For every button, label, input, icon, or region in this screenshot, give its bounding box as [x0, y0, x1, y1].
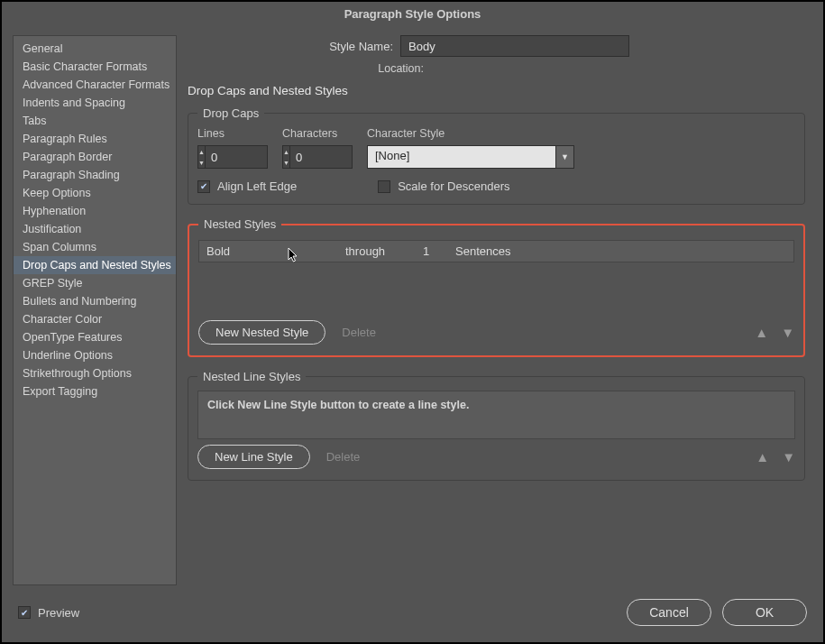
sidebar-item[interactable]: Advanced Character Formats [14, 76, 176, 94]
style-name-label: Style Name: [188, 40, 400, 53]
nested-style-name: Bold [206, 244, 345, 258]
checkbox-icon [378, 180, 390, 193]
move-up-icon[interactable]: ▲ [756, 449, 769, 465]
nested-styles-legend: Nested Styles [198, 217, 281, 231]
sidebar-item[interactable]: Drop Caps and Nested Styles [14, 256, 176, 274]
new-line-style-button[interactable]: New Line Style [197, 445, 310, 469]
dialog-title: Paragraph Style Options [2, 2, 823, 26]
chevron-down-icon[interactable]: ▼ [198, 157, 205, 168]
nested-style-count: 1 [423, 244, 455, 258]
checkbox-icon [197, 180, 210, 193]
scale-descenders-label: Scale for Descenders [398, 179, 509, 193]
new-nested-style-button[interactable]: New Nested Style [198, 320, 325, 345]
nested-line-styles-placeholder: Click New Line Style button to create a … [197, 391, 795, 439]
sidebar-item[interactable]: Underline Options [14, 346, 176, 364]
chevron-up-icon[interactable]: ▲ [283, 146, 289, 157]
sidebar-item[interactable]: Paragraph Rules [14, 130, 176, 148]
sidebar-item[interactable]: Justification [14, 220, 176, 238]
drop-caps-group: Drop Caps Lines ▲▼ Characters ▲▼ [188, 106, 805, 205]
section-title: Drop Caps and Nested Styles [188, 84, 805, 97]
sidebar-item[interactable]: Hyphenation [14, 202, 176, 220]
nested-style-unit: Sentences [455, 244, 786, 258]
preview-checkbox[interactable]: Preview [18, 606, 79, 620]
lines-label: Lines [197, 127, 268, 140]
nested-style-op: through [345, 244, 423, 258]
chevron-up-icon[interactable]: ▲ [198, 146, 205, 157]
sidebar-item[interactable]: General [14, 40, 176, 58]
checkbox-icon [18, 606, 31, 619]
nested-styles-group: Nested Styles Bold through 1 Sentences N… [188, 217, 805, 357]
style-name-input[interactable] [400, 35, 629, 57]
character-style-select[interactable]: [None] ▼ [367, 145, 574, 169]
move-down-icon[interactable]: ▼ [781, 325, 794, 340]
nested-line-styles-group: Nested Line Styles Click New Line Style … [188, 370, 805, 481]
main-panel: Style Name: Location: Drop Caps and Nest… [177, 35, 812, 585]
sidebar-item[interactable]: Span Columns [14, 238, 176, 256]
sidebar-item[interactable]: Basic Character Formats [14, 58, 176, 76]
sidebar-item[interactable]: GREP Style [14, 274, 176, 292]
sidebar-item[interactable]: Paragraph Border [14, 148, 176, 166]
cancel-button[interactable]: Cancel [627, 599, 711, 626]
drop-caps-legend: Drop Caps [197, 106, 264, 120]
sidebar-item[interactable]: Keep Options [14, 184, 176, 202]
sidebar-item[interactable]: Bullets and Numbering [14, 292, 176, 310]
character-style-label: Character Style [367, 127, 574, 140]
location-label: Location: [188, 62, 424, 75]
sidebar-item[interactable]: Tabs [14, 112, 176, 130]
delete-nested-style-button[interactable]: Delete [342, 326, 376, 339]
nested-style-row[interactable]: Bold through 1 Sentences [198, 240, 794, 262]
preview-label: Preview [38, 606, 79, 620]
delete-line-style-button[interactable]: Delete [326, 450, 361, 464]
scale-descenders-checkbox[interactable]: Scale for Descenders [378, 179, 509, 193]
align-left-edge-label: Align Left Edge [217, 179, 297, 193]
move-down-icon[interactable]: ▼ [782, 449, 795, 465]
nested-line-styles-legend: Nested Line Styles [197, 370, 306, 383]
chevron-down-icon[interactable]: ▼ [555, 146, 573, 168]
align-left-edge-checkbox[interactable]: Align Left Edge [197, 179, 297, 193]
sidebar-item[interactable]: OpenType Features [14, 328, 176, 346]
characters-label: Characters [282, 127, 353, 140]
character-style-value: [None] [368, 146, 555, 168]
lines-stepper[interactable]: ▲▼ [197, 145, 268, 169]
sidebar-item[interactable]: Character Color [14, 310, 176, 328]
move-up-icon[interactable]: ▲ [755, 325, 768, 340]
sidebar-item[interactable]: Export Tagging [14, 382, 176, 400]
paragraph-style-dialog: Paragraph Style Options GeneralBasic Cha… [0, 0, 825, 644]
sidebar-item[interactable]: Indents and Spacing [14, 94, 176, 112]
characters-stepper[interactable]: ▲▼ [282, 145, 353, 169]
dialog-footer: Preview Cancel OK [2, 588, 823, 642]
chevron-down-icon[interactable]: ▼ [283, 157, 289, 168]
sidebar-item[interactable]: Paragraph Shading [14, 166, 176, 184]
ok-button[interactable]: OK [722, 599, 807, 626]
sidebar-item[interactable]: Strikethrough Options [14, 364, 176, 382]
sidebar: GeneralBasic Character FormatsAdvanced C… [13, 35, 177, 585]
